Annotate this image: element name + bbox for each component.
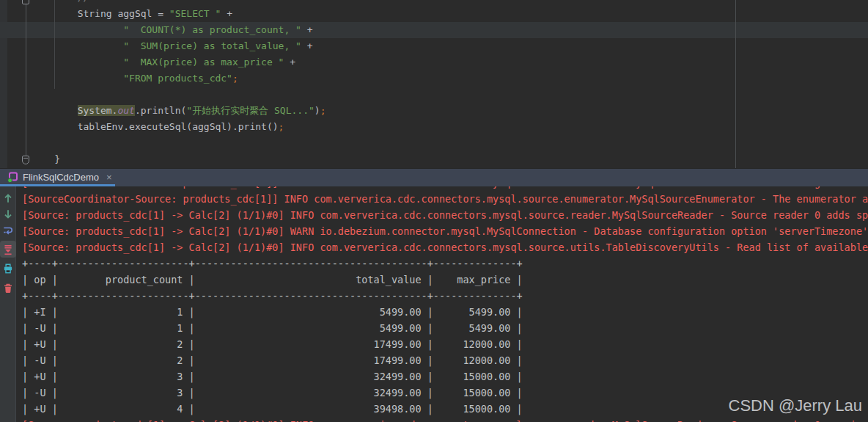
code-line: "FROM products_cdc"; xyxy=(32,70,342,87)
console-line: [SourceCoordinator-Source: products_cdc[… xyxy=(22,191,868,207)
right-margin-guide xyxy=(735,0,736,168)
soft-wrap-icon[interactable] xyxy=(2,225,14,236)
code-line: // -------------------------------------… xyxy=(32,0,342,6)
ide-window: // -------------------------------------… xyxy=(0,0,868,422)
code-lines: // -------------------------------------… xyxy=(32,0,342,167)
console-line: | +U | 3 | 32499.00 | 15000.00 | xyxy=(22,368,868,385)
console-line: +----+----------------------+-----------… xyxy=(22,288,868,304)
code-line: System.out.println("开始执行实时聚合 SQL..."); xyxy=(32,103,342,119)
console-line: | -U | 1 | 5499.00 | 5499.00 | xyxy=(22,320,868,336)
run-tool-window-tabbar: FlinkSqlCdcDemo × xyxy=(0,168,868,186)
run-tab[interactable]: FlinkSqlCdcDemo × xyxy=(4,170,115,185)
code-editor[interactable]: // -------------------------------------… xyxy=(0,0,868,168)
print-icon[interactable] xyxy=(2,263,14,274)
code-line: String aggSql = "SELECT " + xyxy=(32,6,342,22)
console-line: [Source: products_cdc[1] -> Calc[2] (1/1… xyxy=(22,207,868,223)
console-line: +----+----------------------+-----------… xyxy=(22,255,868,272)
clear-all-icon[interactable] xyxy=(2,283,14,294)
code-line: " COUNT(*) as product_count, " + xyxy=(32,22,342,38)
up-the-stack-trace-icon[interactable] xyxy=(2,192,14,204)
console-line: | op | product_count | total_value | max… xyxy=(22,272,868,288)
console-line: | +U | 2 | 17499.00 | 12000.00 | xyxy=(22,336,868,352)
code-line: } xyxy=(32,151,342,167)
code-line: tableEnv.executeSql(aggSql).print(); xyxy=(32,119,342,135)
console-line: [Source: products_cdc[1] -> Calc[2] (1/1… xyxy=(22,417,868,422)
code-line: " SUM(price) as total_value, " + xyxy=(32,38,342,54)
console-line: [Source: products_cdc[1] -> Calc[2] (1/1… xyxy=(22,223,868,239)
run-console[interactable]: [SourceCoordinator-Source: products_cdc[… xyxy=(0,186,868,422)
console-line: | +I | 1 | 5499.00 | 5499.00 | xyxy=(22,304,868,320)
console-output: [SourceCoordinator-Source: products_cdc[… xyxy=(22,186,868,422)
console-line: | -U | 2 | 17499.00 | 12000.00 | xyxy=(22,352,868,368)
run-console-icon xyxy=(7,172,18,183)
watermark-text: CSDN @Jerry Lau xyxy=(729,396,863,415)
console-line: [Source: products_cdc[1] -> Calc[2] (1/1… xyxy=(22,239,868,255)
down-the-stack-trace-icon[interactable] xyxy=(2,208,14,220)
fold-region-line xyxy=(26,1,26,157)
run-tab-title: FlinkSqlCdcDemo xyxy=(23,172,99,183)
fold-handle-bottom-icon[interactable] xyxy=(22,156,29,164)
fold-handle-top-icon[interactable] xyxy=(22,0,29,4)
code-line xyxy=(32,87,342,103)
scroll-to-end-icon[interactable] xyxy=(2,244,14,255)
console-toolbar xyxy=(0,186,16,422)
code-line: " MAX(price) as max_price " + xyxy=(32,54,342,70)
code-line xyxy=(32,135,342,151)
tab-close-icon[interactable]: × xyxy=(106,172,112,183)
